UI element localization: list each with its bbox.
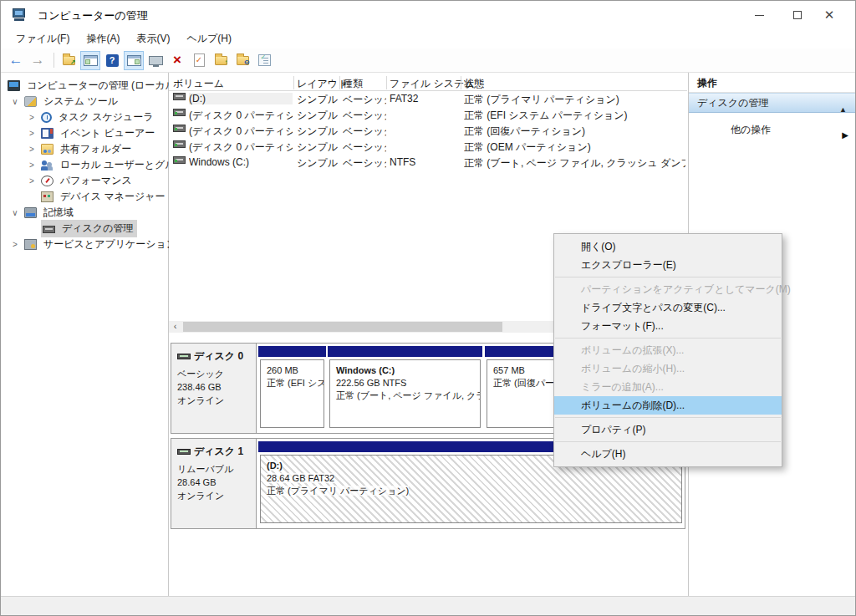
- volume-row-partition1[interactable]: (ディスク 0 パーティション 1) シンプル ベーシック 正常 (EFI シス…: [169, 107, 687, 123]
- menu-item-explorer[interactable]: エクスプローラー(E): [554, 256, 782, 274]
- menu-help[interactable]: ヘルプ(H): [178, 29, 240, 48]
- menu-item-delete-volume[interactable]: ボリュームの削除(D)...: [554, 396, 782, 415]
- export-folder-icon[interactable]: ↑: [211, 51, 231, 70]
- expander-icon[interactable]: >: [28, 160, 36, 170]
- status-bar: [1, 596, 856, 616]
- shared-folders-icon: [41, 144, 54, 155]
- menu-separator: [555, 338, 781, 339]
- menu-item-mark-partition-active: パーティションをアクティブとしてマーク(M): [554, 280, 782, 298]
- forward-icon[interactable]: →: [28, 51, 48, 70]
- title-bar: コンピューターの管理 ✕: [1, 1, 855, 29]
- app-icon: [13, 8, 28, 22]
- minimize-button[interactable]: [740, 1, 778, 29]
- tree-item-computer-management[interactable]: コンピューターの管理 (ローカル): [1, 78, 168, 94]
- menu-item-help[interactable]: ヘルプ(H): [554, 445, 782, 463]
- properties-icon[interactable]: ✓: [254, 51, 274, 70]
- expander-icon[interactable]: >: [28, 145, 36, 154]
- users-icon: [41, 160, 54, 171]
- storage-icon: [24, 207, 37, 218]
- menu-item-format[interactable]: フォーマット(F)...: [554, 317, 782, 335]
- scroll-left-icon[interactable]: ‹: [169, 321, 181, 333]
- expander-icon[interactable]: >: [28, 129, 36, 138]
- disk-management-icon: [43, 226, 55, 233]
- services-icon: [24, 239, 37, 250]
- tree-item-disk-management[interactable]: ディスクの管理: [1, 221, 168, 237]
- tree-item-event-viewer[interactable]: > イベント ビューアー: [1, 125, 168, 141]
- menu-separator: [555, 277, 781, 277]
- close-button[interactable]: ✕: [810, 1, 848, 29]
- partition-efi[interactable]: 260 MB 正常 (EFI シス: [258, 345, 326, 431]
- volume-row-partition4[interactable]: (ディスク 0 パーティション 4) シンプル ベーシック 正常 (回復パーティ…: [169, 123, 687, 139]
- tree-item-services-applications[interactable]: > サービスとアプリケーション: [1, 237, 168, 252]
- disk0-label[interactable]: ディスク 0 ベーシック 238.46 GB オンライン: [171, 344, 257, 433]
- volume-context-menu: 開く(O) エクスプローラー(E) パーティションをアクティブとしてマーク(M)…: [553, 233, 782, 467]
- expander-icon[interactable]: >: [28, 113, 36, 122]
- collapse-icon[interactable]: ▲: [839, 100, 847, 120]
- primary-partition-bar: [328, 346, 482, 357]
- window-title: コンピューターの管理: [38, 8, 148, 23]
- back-icon[interactable]: ←: [6, 51, 26, 70]
- volume-row-partition5[interactable]: (ディスク 0 パーティション 5) シンプル ベーシック 正常 (OEM パー…: [169, 139, 687, 155]
- expander-icon[interactable]: >: [11, 240, 19, 249]
- volume-table-header: ボリューム レイアウト 種類 ファイル システム 状態: [169, 74, 687, 91]
- expander-icon[interactable]: >: [28, 176, 36, 186]
- volume-icon: [173, 156, 186, 164]
- column-layout[interactable]: レイアウト: [297, 77, 348, 91]
- menu-separator: [555, 441, 781, 442]
- tree-item-system-tools[interactable]: ∨ システム ツール: [1, 94, 168, 109]
- performance-icon: [41, 176, 54, 186]
- computer-icon: [8, 80, 20, 91]
- column-status[interactable]: 状態: [464, 77, 484, 91]
- actions-section-disk-management[interactable]: ディスクの管理 ▲: [689, 93, 856, 113]
- menu-item-shrink-volume: ボリュームの縮小(H)...: [554, 359, 782, 378]
- volume-icon: [173, 109, 186, 116]
- display-icon[interactable]: [145, 51, 166, 70]
- disk1-label[interactable]: ディスク 1 リムーバブル 28.64 GB オンライン: [171, 439, 257, 528]
- menu-item-change-drive-letter[interactable]: ドライブ文字とパスの変更(C)...: [554, 298, 782, 317]
- partition-windows-c[interactable]: Windows (C:) 222.56 GB NTFS 正常 (ブート, ページ…: [328, 345, 482, 431]
- menu-item-add-mirror: ミラーの追加(A)...: [554, 378, 782, 396]
- volume-table: (D:) シンプル ベーシック FAT32 正常 (プライマリ パーティション)…: [169, 91, 687, 171]
- console-tree-icon[interactable]: [80, 51, 100, 70]
- column-volume[interactable]: ボリューム: [173, 77, 224, 91]
- up-folder-icon[interactable]: ↗: [59, 51, 79, 70]
- actions-title: 操作: [689, 73, 856, 93]
- menu-action[interactable]: 操作(A): [78, 29, 128, 48]
- tree-item-shared-folders[interactable]: > 共有フォルダー: [1, 141, 168, 157]
- menu-item-properties[interactable]: プロパティ(P): [554, 420, 782, 439]
- expander-icon[interactable]: ∨: [11, 208, 19, 217]
- menu-separator: [555, 417, 781, 418]
- menu-item-extend-volume: ボリュームの拡張(X)...: [554, 341, 782, 359]
- disk-icon: [177, 354, 191, 359]
- tree-item-storage[interactable]: ∨ 記憶域: [1, 205, 168, 221]
- primary-partition-bar: [258, 346, 326, 357]
- volume-icon: [173, 93, 186, 100]
- find-folder-icon[interactable]: ʘ: [232, 51, 252, 70]
- expander-icon[interactable]: ∨: [11, 97, 19, 106]
- tree-item-device-manager[interactable]: デバイス マネージャー: [1, 189, 168, 205]
- device-manager-icon: [41, 191, 54, 202]
- tree-item-task-scheduler[interactable]: > タスク スケジューラ: [1, 109, 168, 125]
- volume-row-windows-c[interactable]: Windows (C:) シンプル ベーシック NTFS 正常 (ブート, ペー…: [169, 155, 687, 171]
- help-icon[interactable]: ?: [102, 51, 122, 70]
- validate-doc-icon[interactable]: ✓: [189, 51, 209, 70]
- tree-item-performance[interactable]: > パフォーマンス: [1, 173, 168, 189]
- column-filesystem[interactable]: ファイル システム: [390, 77, 475, 91]
- toolbar-separator: [54, 53, 54, 68]
- menu-item-open[interactable]: 開く(O): [554, 237, 782, 256]
- delete-icon[interactable]: ×: [167, 51, 187, 70]
- computer-management-window: コンピューターの管理 ✕ ファイル(F) 操作(A) 表示(V) ヘルプ(H) …: [0, 0, 856, 616]
- menu-file[interactable]: ファイル(F): [8, 29, 78, 48]
- console-tree-pane: コンピューターの管理 (ローカル) ∨ システム ツール > タスク スケジュー…: [1, 73, 169, 596]
- more-actions-item[interactable]: 他の操作 ▶: [689, 120, 856, 140]
- scrollbar-thumb[interactable]: [183, 322, 502, 332]
- disk-icon: [177, 449, 191, 455]
- menu-view[interactable]: 表示(V): [128, 29, 178, 48]
- volume-row-d[interactable]: (D:) シンプル ベーシック FAT32 正常 (プライマリ パーティション): [169, 91, 687, 107]
- submenu-arrow-icon: ▶: [842, 125, 848, 145]
- tree: コンピューターの管理 (ローカル) ∨ システム ツール > タスク スケジュー…: [1, 78, 168, 252]
- tree-item-local-users-groups[interactable]: > ローカル ユーザーとグループ: [1, 157, 168, 173]
- column-type[interactable]: 種類: [343, 77, 363, 91]
- console-panel-icon[interactable]: [124, 51, 144, 70]
- task-scheduler-icon: [41, 112, 52, 123]
